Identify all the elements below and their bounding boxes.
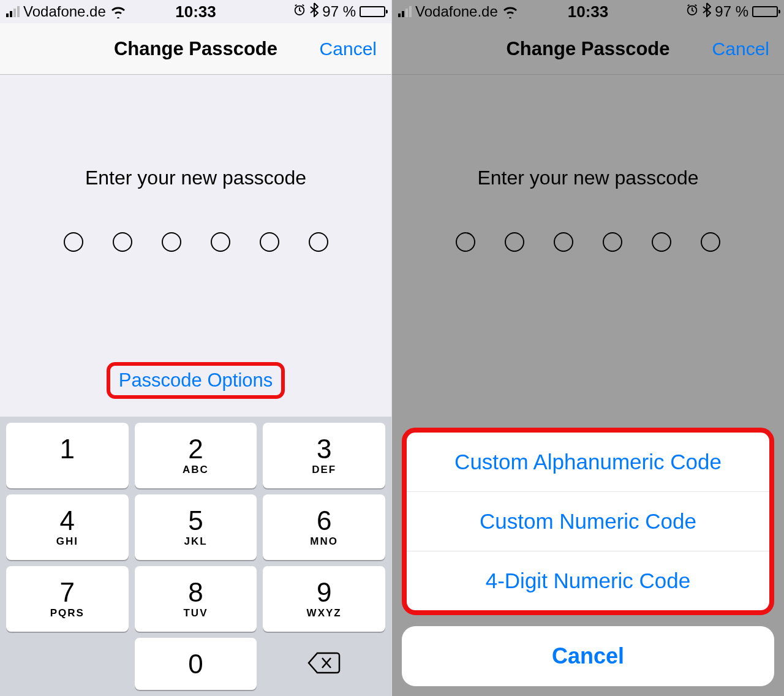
keypad-key-3[interactable]: 3 DEF xyxy=(263,423,385,488)
alarm-icon xyxy=(293,3,306,20)
wifi-icon xyxy=(502,5,519,18)
option-4digit-numeric[interactable]: 4-Digit Numeric Code xyxy=(407,551,769,610)
passcode-dot xyxy=(113,232,132,252)
option-custom-alphanumeric[interactable]: Custom Alphanumeric Code xyxy=(407,433,769,492)
passcode-prompt: Enter your new passcode xyxy=(0,167,391,189)
nav-header: Change Passcode Cancel xyxy=(392,23,784,75)
status-right: 97 % xyxy=(685,2,778,21)
passcode-prompt: Enter your new passcode xyxy=(392,167,784,189)
passcode-dot xyxy=(162,232,181,252)
status-left: Vodafone.de xyxy=(6,3,127,20)
cancel-button[interactable]: Cancel xyxy=(712,39,769,59)
passcode-dot xyxy=(309,232,328,252)
nav-header: Change Passcode Cancel xyxy=(0,23,391,75)
passcode-dot xyxy=(64,232,83,252)
numeric-keypad: 1 2 ABC 3 DEF 4 GHI 5 JKL 6 MNO 7 PQRS 8 xyxy=(0,417,391,696)
status-left: Vodafone.de xyxy=(398,3,519,20)
battery-percentage: 97 % xyxy=(715,3,748,20)
passcode-dot xyxy=(603,232,622,252)
content-area: Enter your new passcode xyxy=(392,75,784,252)
alarm-icon xyxy=(685,3,699,20)
carrier-name: Vodafone.de xyxy=(23,3,106,20)
status-time: 10:33 xyxy=(568,2,609,21)
sheet-cancel-button[interactable]: Cancel xyxy=(402,626,774,686)
status-bar: Vodafone.de 10:33 97 % xyxy=(0,0,391,23)
keypad-blank xyxy=(6,638,129,690)
status-right: 97 % xyxy=(293,2,385,21)
keypad-key-7[interactable]: 7 PQRS xyxy=(6,566,129,632)
battery-icon xyxy=(360,6,385,17)
backspace-icon xyxy=(307,651,341,678)
content-area: Enter your new passcode Passcode Options xyxy=(0,75,391,399)
screen-passcode-options-sheet: Vodafone.de 10:33 97 % Change Passcode C… xyxy=(392,0,784,696)
battery-icon xyxy=(752,6,778,17)
passcode-options-button[interactable]: Passcode Options xyxy=(119,369,273,392)
cellular-signal-icon xyxy=(6,6,20,17)
wifi-icon xyxy=(110,5,127,18)
keypad-key-8[interactable]: 8 TUV xyxy=(135,566,257,632)
keypad-backspace-button[interactable] xyxy=(263,638,385,690)
carrier-name: Vodafone.de xyxy=(415,3,498,20)
page-title: Change Passcode xyxy=(114,38,277,60)
passcode-dots xyxy=(0,232,391,252)
keypad-key-1[interactable]: 1 xyxy=(6,423,129,488)
status-time: 10:33 xyxy=(175,2,216,21)
passcode-dot xyxy=(260,232,279,252)
passcode-dot xyxy=(701,232,720,252)
passcode-dot xyxy=(652,232,671,252)
cellular-signal-icon xyxy=(398,6,412,17)
page-title: Change Passcode xyxy=(506,38,669,60)
highlight-annotation: Passcode Options xyxy=(107,362,285,399)
status-bar: Vodafone.de 10:33 97 % xyxy=(392,0,784,23)
keypad-key-9[interactable]: 9 WXYZ xyxy=(263,566,385,632)
screen-passcode-entry: Vodafone.de 10:33 97 % Change Passcode C… xyxy=(0,0,392,696)
keypad-key-6[interactable]: 6 MNO xyxy=(263,494,385,560)
passcode-dot xyxy=(554,232,573,252)
battery-percentage: 97 % xyxy=(322,3,356,20)
bluetooth-icon xyxy=(703,2,711,21)
cancel-button[interactable]: Cancel xyxy=(320,39,377,59)
bluetooth-icon xyxy=(310,2,318,21)
keypad-key-4[interactable]: 4 GHI xyxy=(6,494,129,560)
passcode-dots xyxy=(392,232,784,252)
option-custom-numeric[interactable]: Custom Numeric Code xyxy=(407,492,769,551)
passcode-dot xyxy=(211,232,230,252)
highlight-annotation: Custom Alphanumeric Code Custom Numeric … xyxy=(402,428,774,615)
action-sheet: Custom Alphanumeric Code Custom Numeric … xyxy=(402,428,774,686)
keypad-key-0[interactable]: 0 xyxy=(135,638,257,690)
keypad-key-2[interactable]: 2 ABC xyxy=(135,423,257,488)
passcode-dot xyxy=(456,232,475,252)
keypad-key-5[interactable]: 5 JKL xyxy=(135,494,257,560)
passcode-dot xyxy=(505,232,524,252)
